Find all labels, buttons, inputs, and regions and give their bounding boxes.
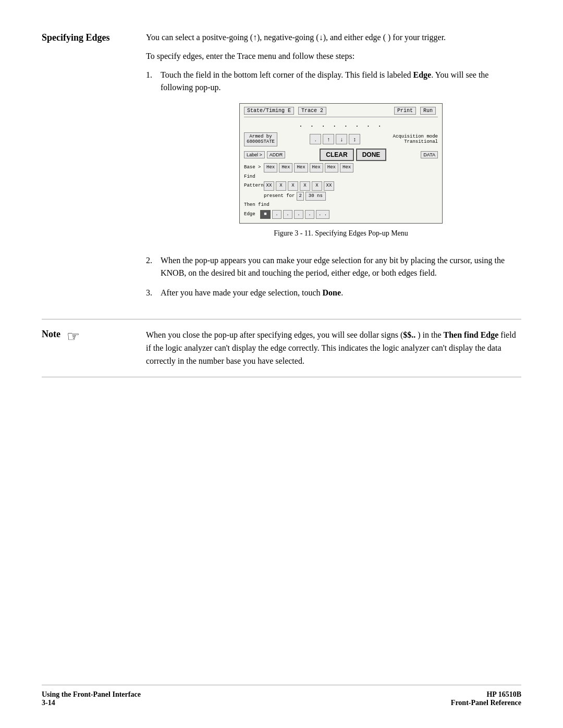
popup-print-btn[interactable]: Print [394, 107, 416, 115]
specifying-edges-section: Specifying Edges You can select a positv… [42, 31, 521, 306]
popup-arrow-group: . ↑ ↓ ↕ [310, 134, 360, 144]
popup-present-for-label: present for [264, 193, 295, 200]
step-2-num: 2. [146, 254, 161, 279]
steps-list: 1. Touch the field in the bottom left co… [146, 69, 521, 299]
popup-edge-dot-4[interactable]: . [305, 210, 314, 219]
popup-dots: . . . . . . . . [244, 120, 438, 130]
popup-edge-row: Edge ■ . . . . . . [244, 210, 438, 219]
popup-run-btn[interactable]: Run [420, 107, 436, 115]
footer-right: HP 16510B Front-Panel Reference [451, 690, 521, 707]
step-3-num: 3. [146, 287, 161, 299]
note-section: Note ☞ When you close the pop-up after s… [42, 319, 521, 377]
footer: Using the Front-Panel Interface 3-14 HP … [42, 685, 521, 707]
intro-paragraph: You can select a positve-going (↑), nega… [146, 31, 521, 44]
popup-edge-dot-5[interactable]: . . [316, 210, 329, 219]
popup-armed: Armed by 68000STATE [244, 132, 277, 147]
popup-armed-val: 68000STATE [247, 139, 275, 144]
footer-right-line1: HP 16510B [451, 690, 521, 699]
note-then-find-bold: Then find Edge [444, 330, 499, 339]
popup-pattern-xx2[interactable]: XX [324, 181, 334, 191]
popup-top-right: Print Run [394, 107, 438, 115]
popup-data-btn[interactable]: DATA [421, 151, 438, 158]
popup-acq-mode-label: Acquisition mode [393, 134, 438, 139]
page-container: Specifying Edges You can select a positv… [0, 0, 563, 728]
popup-pattern-x1[interactable]: X [276, 181, 286, 191]
section-body: You can select a positve-going (↑), nega… [146, 31, 521, 306]
step-3-text: After you have made your edge selection,… [161, 287, 521, 299]
popup-present-val[interactable]: 2 [297, 192, 303, 201]
step-1-num: 1. [146, 69, 161, 247]
footer-right-line2: Front-Panel Reference [451, 699, 521, 707]
popup-done-btn[interactable]: DONE [356, 149, 387, 161]
popup-trace2-btn[interactable]: Trace 2 [298, 107, 326, 115]
hand-icon: ☞ [67, 328, 80, 345]
footer-left-line1: Using the Front-Panel Interface [42, 690, 141, 699]
popup-arrow-period[interactable]: . [310, 134, 321, 144]
popup-clear-btn[interactable]: CLEAR [320, 149, 353, 161]
note-dollar-signs: $$.. [403, 330, 418, 339]
step-1: 1. Touch the field in the bottom left co… [146, 69, 521, 247]
footer-left: Using the Front-Panel Interface 3-14 [42, 690, 141, 707]
popup-hex-cell-1[interactable]: Hex [264, 163, 277, 172]
popup-arrow-down[interactable]: ↓ [336, 134, 347, 144]
step-3: 3. After you have made your edge selecti… [146, 287, 521, 299]
popup-edge-filled[interactable]: ■ [260, 210, 271, 219]
popup-arrow-both[interactable]: ↕ [349, 134, 360, 144]
popup-pattern-label: Pattern [244, 182, 264, 190]
popup-top-left: State/Timing E Trace 2 [244, 107, 328, 115]
popup-hex-cell-6[interactable]: Hex [340, 163, 353, 172]
popup-then-find-label: Then find [244, 202, 438, 209]
section-heading: Specifying Edges [42, 31, 146, 306]
popup-hex-cell-2[interactable]: Hex [279, 163, 292, 172]
popup-pattern-row: Pattern XX X X X X XX [244, 181, 438, 191]
popup-acq-mode: Acquisition mode Transitional [393, 134, 438, 145]
popup-hex-cell-5[interactable]: Hex [325, 163, 338, 172]
popup-state-timing-btn[interactable]: State/Timing E [244, 107, 294, 115]
popup-image: State/Timing E Trace 2 Print Run [239, 103, 443, 224]
note-body: When you close the pop-up after specifyi… [146, 329, 521, 367]
popup-pattern-x3[interactable]: X [300, 181, 310, 191]
step-3-bold: Done [323, 288, 341, 297]
popup-edge-dot-1[interactable]: . [272, 210, 282, 219]
popup-present-row: present for 2 30 ns [244, 192, 438, 201]
figure-caption: Figure 3 - 11. Specifying Edges Pop-up M… [161, 228, 521, 239]
popup-find-label: Find [244, 174, 438, 181]
popup-pattern-xx1[interactable]: XX [264, 181, 274, 191]
note-label-area: Note ☞ [42, 329, 146, 367]
popup-edge-dot-2[interactable]: . [283, 210, 292, 219]
popup-middle: Armed by 68000STATE . ↑ ↓ ↕ [244, 132, 438, 147]
popup-arrow-up[interactable]: ↑ [323, 134, 334, 144]
to-specify-paragraph: To specify edges, enter the Trace menu a… [146, 50, 521, 63]
popup-edge-label: Edge [244, 211, 259, 218]
popup-armed-label: Armed by [249, 134, 272, 139]
note-label: Note [42, 329, 60, 340]
main-content: Specifying Edges You can select a positv… [42, 31, 521, 664]
popup-pattern-x4[interactable]: X [312, 181, 322, 191]
step-1-bold: Edge [413, 70, 432, 79]
popup-ns-val[interactable]: 30 ns [305, 192, 326, 201]
popup-base-row: Base > Hex Hex Hex Hex Hex Hex [244, 163, 438, 172]
popup-edge-dot-3[interactable]: . [294, 210, 303, 219]
popup-label-btn[interactable]: Label > [244, 151, 265, 158]
step-2: 2. When the pop-up appears you can make … [146, 254, 521, 279]
popup-pattern-x2[interactable]: X [288, 181, 298, 191]
popup-acq-mode-val: Transitional [404, 139, 438, 144]
popup-hex-cell-4[interactable]: Hex [310, 163, 323, 172]
popup-label-row: Label > ADDR CLEAR DONE DATA [244, 149, 438, 161]
step-2-text: When the pop-up appears you can make you… [161, 254, 521, 279]
popup-clear-done: CLEAR DONE [320, 149, 386, 161]
popup-hex-cell-3[interactable]: Hex [294, 163, 308, 172]
popup-addr-btn[interactable]: ADDR [267, 151, 286, 158]
popup-top-bar: State/Timing E Trace 2 Print Run [244, 107, 438, 117]
footer-left-line2: 3-14 [42, 699, 141, 707]
step-1-text: Touch the field in the bottom left corne… [161, 69, 521, 247]
popup-base-label: Base > [244, 164, 264, 171]
